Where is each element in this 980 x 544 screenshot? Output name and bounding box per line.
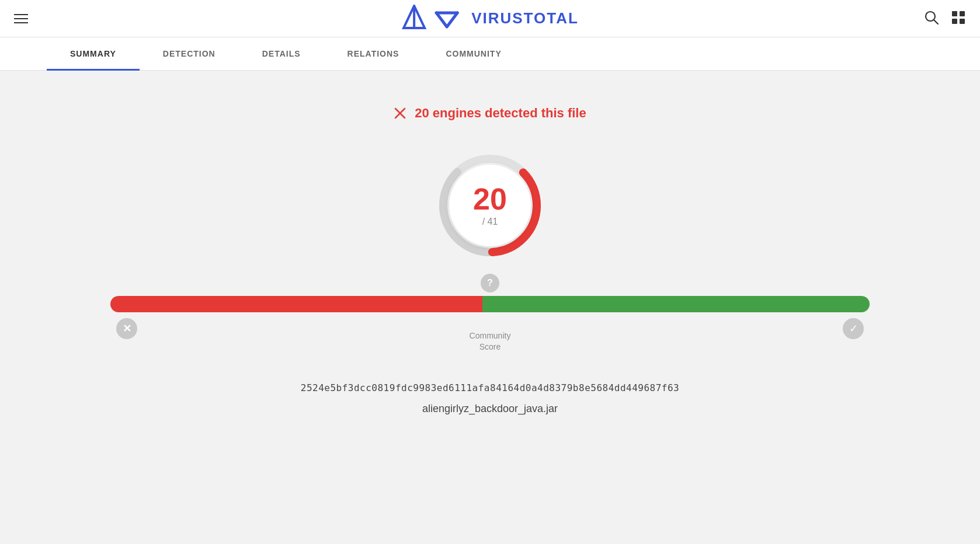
file-name: aliengirlyz_backdoor_java.jar bbox=[422, 403, 558, 415]
svg-rect-8 bbox=[952, 19, 957, 24]
search-icon[interactable] bbox=[924, 10, 939, 27]
detection-header: 20 engines detected this file bbox=[394, 106, 586, 121]
community-bar-wrapper: ? ✕ ✓ CommunityScore bbox=[110, 296, 870, 312]
community-bar-section: ? ✕ ✓ CommunityScore bbox=[110, 296, 870, 312]
svg-rect-6 bbox=[952, 11, 957, 16]
svg-rect-9 bbox=[960, 19, 965, 24]
community-bar-track bbox=[110, 296, 870, 312]
bar-red bbox=[110, 296, 482, 312]
logo-area: VIRUSTOTAL bbox=[401, 5, 579, 33]
hamburger-menu[interactable] bbox=[14, 14, 28, 23]
header-actions bbox=[924, 10, 966, 27]
tab-community[interactable]: COMMUNITY bbox=[422, 37, 524, 70]
svg-rect-7 bbox=[960, 11, 965, 16]
detection-message: 20 engines detected this file bbox=[415, 106, 586, 121]
main-content: 20 engines detected this file 20 / 41 bbox=[0, 71, 980, 438]
bar-green bbox=[482, 296, 870, 312]
x-icon bbox=[394, 107, 406, 120]
logo-text: VIRUSTOTAL bbox=[471, 9, 579, 27]
gauge-center: 20 / 41 bbox=[449, 165, 531, 246]
file-hash: 2524e5bf3dcc0819fdc9983ed6111afa84164d0a… bbox=[301, 382, 680, 393]
tab-nav: SUMMARY DETECTION DETAILS RELATIONS COMM… bbox=[0, 37, 980, 71]
bar-left-icon: ✕ bbox=[116, 318, 137, 339]
bar-right-icon: ✓ bbox=[843, 318, 864, 339]
grid-icon[interactable] bbox=[951, 10, 966, 27]
community-score-question[interactable]: ? bbox=[481, 274, 499, 292]
tab-relations[interactable]: RELATIONS bbox=[324, 37, 423, 70]
gauge-number: 20 bbox=[473, 184, 507, 214]
tab-summary[interactable]: SUMMARY bbox=[47, 37, 140, 70]
header: VIRUSTOTAL bbox=[0, 0, 980, 37]
vt-logo-svg bbox=[433, 5, 461, 33]
gauge-total: / 41 bbox=[482, 217, 498, 227]
tab-detection[interactable]: DETECTION bbox=[140, 37, 239, 70]
svg-line-5 bbox=[934, 20, 938, 24]
community-score-label: CommunityScore bbox=[470, 330, 511, 353]
virustotal-logo-icon bbox=[401, 5, 427, 33]
tab-details[interactable]: DETAILS bbox=[239, 37, 324, 70]
gauge-container: 20 / 41 bbox=[435, 150, 545, 261]
